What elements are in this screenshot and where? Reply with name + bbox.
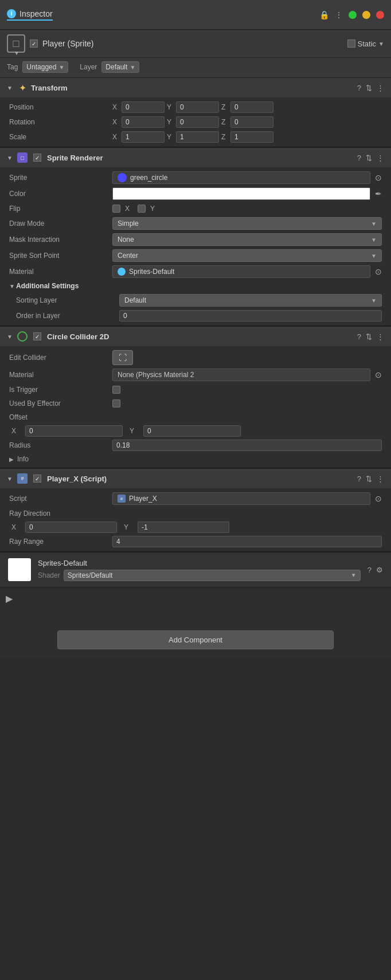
transform-settings-icon[interactable]: ⇅ (366, 84, 372, 92)
player-script-enabled[interactable] (33, 475, 41, 483)
material-help-icon[interactable]: ? (367, 566, 372, 574)
radius-input[interactable] (112, 440, 382, 451)
sprite-renderer-menu-icon[interactable]: ⋮ (377, 154, 384, 162)
player-script-help-icon[interactable]: ? (357, 475, 361, 483)
circle-collider-help-icon[interactable]: ? (357, 332, 361, 341)
layer-dropdown[interactable]: Default ▼ (101, 61, 139, 73)
inspector-title: Inspector (19, 9, 53, 18)
tag-layer-row: Tag Untagged ▼ Layer Default ▼ (0, 58, 391, 78)
flip-y-label: Y (150, 205, 155, 213)
circle-collider-header[interactable]: ▼ Circle Collider 2D ? ⇅ ⋮ (0, 326, 391, 346)
ray-range-label: Ray Range (9, 538, 112, 546)
rotation-y-input[interactable] (176, 116, 219, 128)
used-by-effector-checkbox[interactable] (112, 399, 120, 407)
material-gear-icon[interactable]: ⚙ (376, 566, 383, 574)
sprite-material-value: Sprites-Default ⊙ (112, 265, 382, 278)
rotation-z-input[interactable] (230, 116, 273, 128)
circle-collider-body: Edit Collider ⛶ Material None (Physics M… (0, 346, 391, 468)
color-field[interactable] (112, 187, 370, 200)
mask-interaction-dropdown[interactable]: None ▼ (112, 233, 382, 246)
player-script-header[interactable]: ▼ # Player_X (Script) ? ⇅ ⋮ (0, 468, 391, 488)
ray-range-input[interactable] (112, 536, 382, 547)
shader-dropdown[interactable]: Sprites/Default ▼ (64, 570, 361, 581)
shader-label: Shader (38, 571, 60, 579)
player-script-menu-icon[interactable]: ⋮ (377, 475, 384, 483)
edit-collider-button[interactable]: ⛶ (112, 350, 133, 365)
script-target-icon[interactable]: ⊙ (375, 494, 382, 503)
sprite-target-icon[interactable]: ⊙ (375, 173, 382, 182)
collider-material-label: Material (9, 371, 112, 379)
flip-row: Flip X Y (0, 202, 391, 215)
info-label: Info (17, 455, 29, 463)
ray-x-input[interactable] (25, 522, 117, 533)
scale-y-input[interactable] (176, 131, 219, 143)
sprite-row: Sprite green_circle ⊙ (0, 170, 391, 186)
is-trigger-checkbox[interactable] (112, 386, 120, 394)
sprite-sort-point-arrow: ▼ (371, 253, 377, 259)
ray-y-input[interactable] (138, 522, 229, 533)
player-script-settings-icon[interactable]: ⇅ (366, 475, 372, 483)
additional-settings-header[interactable]: ▼ Additional Settings (0, 280, 391, 292)
layer-value: Default (105, 63, 127, 71)
sprite-sort-point-dropdown[interactable]: Center ▼ (112, 249, 382, 262)
position-z-input[interactable] (230, 101, 273, 113)
mask-interaction-value: None (118, 236, 134, 244)
static-checkbox[interactable] (347, 40, 355, 48)
flip-y-checkbox[interactable] (138, 205, 146, 213)
tag-dropdown[interactable]: Untagged ▼ (22, 61, 68, 73)
cube-dropdown-arrow[interactable]: ▼ (14, 50, 19, 56)
sprite-renderer-enabled[interactable] (33, 154, 41, 162)
flip-x-checkbox[interactable] (112, 205, 120, 213)
used-by-effector-label: Used By Effector (9, 399, 112, 407)
rotation-xyz: X Y Z (112, 116, 382, 128)
transform-help-icon[interactable]: ? (357, 84, 361, 92)
sprite-renderer-help-icon[interactable]: ? (357, 154, 361, 162)
offset-y-input[interactable] (143, 425, 241, 437)
draw-mode-dropdown[interactable]: Simple ▼ (112, 217, 382, 230)
order-in-layer-input[interactable] (119, 310, 382, 322)
window-button-red[interactable] (376, 11, 384, 19)
window-button-green[interactable] (349, 11, 357, 19)
lock-icon[interactable]: 🔒 (319, 10, 329, 19)
transform-header[interactable]: ▼ ✦ Transform ? ⇅ ⋮ (0, 78, 391, 97)
offset-x-input[interactable] (25, 425, 123, 437)
draw-mode-value: Simple (118, 219, 139, 228)
transform-menu-icon[interactable]: ⋮ (377, 84, 384, 92)
offset-row: Offset (0, 410, 391, 424)
rotation-x-input[interactable] (122, 116, 165, 128)
eyedropper-icon[interactable]: ✒ (375, 189, 382, 198)
sprite-thumbnail (118, 173, 127, 182)
position-y-input[interactable] (176, 101, 219, 113)
window-button-yellow[interactable] (362, 11, 370, 19)
collider-material-target[interactable]: ⊙ (375, 370, 382, 379)
info-row[interactable]: ▶ Info (0, 453, 391, 465)
sprite-material-field: Sprites-Default (112, 265, 370, 278)
rotation-label: Rotation (9, 118, 112, 126)
collider-material-row: Material None (Physics Material 2 ⊙ (0, 367, 391, 383)
circle-collider-title: Circle Collider 2D (47, 332, 354, 341)
collider-material-value: None (Physics Material 2 ⊙ (112, 369, 382, 381)
inspector-tab[interactable]: i Inspector (7, 9, 53, 21)
static-label: Static (358, 40, 377, 48)
circle-collider-settings-icon[interactable]: ⇅ (366, 332, 372, 341)
sprite-renderer-settings-icon[interactable]: ⇅ (366, 154, 372, 162)
sprite-renderer-header[interactable]: ▼ □ Sprite Renderer ? ⇅ ⋮ (0, 147, 391, 167)
add-component-button[interactable]: Add Component (57, 630, 334, 649)
position-x-input[interactable] (122, 101, 165, 113)
circle-collider-enabled[interactable] (33, 332, 41, 340)
material-target-icon[interactable]: ⊙ (375, 267, 382, 276)
menu-icon[interactable]: ⋮ (335, 10, 343, 19)
circle-collider-menu-icon[interactable]: ⋮ (377, 332, 384, 341)
object-enabled-checkbox[interactable] (30, 40, 38, 48)
static-dropdown-arrow[interactable]: ▼ (378, 41, 384, 47)
scale-x-input[interactable] (122, 131, 165, 143)
inspector-header: i Inspector 🔒 ⋮ (0, 0, 391, 30)
circle-collider-icon (17, 331, 28, 342)
material-actions: ? ⚙ (367, 566, 383, 574)
additional-settings-title: Additional Settings (16, 282, 79, 290)
sorting-layer-dropdown[interactable]: Default ▼ (119, 294, 382, 307)
cube-icon: □ ▼ (7, 34, 25, 53)
sprites-default-expand-button[interactable]: ▶ (0, 591, 18, 606)
scale-z-input[interactable] (230, 131, 273, 143)
material-preview (8, 558, 31, 581)
